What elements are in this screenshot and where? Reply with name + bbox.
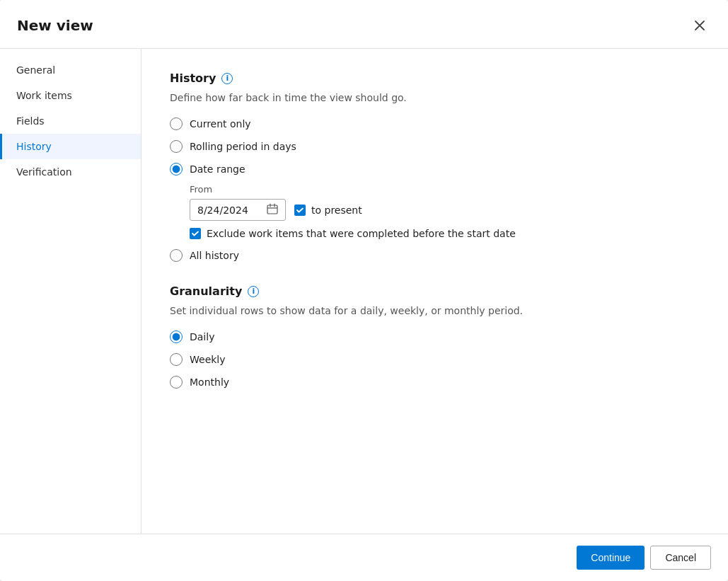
daily-label: Daily xyxy=(190,331,214,343)
sidebar-item-work-items[interactable]: Work items xyxy=(0,83,141,108)
date-range-option[interactable]: Date range xyxy=(170,163,700,176)
dialog-title: New view xyxy=(17,17,93,34)
rolling-period-label: Rolling period in days xyxy=(190,141,296,152)
rolling-period-option[interactable]: Rolling period in days xyxy=(170,140,700,153)
history-description: Define how far back in time the view sho… xyxy=(170,92,700,103)
date-range-radio[interactable] xyxy=(170,163,183,176)
current-only-label: Current only xyxy=(190,118,251,130)
monthly-label: Monthly xyxy=(190,376,229,388)
exclude-row: Exclude work items that were completed b… xyxy=(190,228,700,239)
date-range-content: From xyxy=(190,184,700,239)
granularity-section-header: Granularity i xyxy=(170,284,700,298)
granularity-description: Set individual rows to show data for a d… xyxy=(170,305,700,316)
current-only-radio[interactable] xyxy=(170,117,183,130)
date-row: to present xyxy=(190,199,700,221)
sidebar-item-history[interactable]: History xyxy=(0,134,141,159)
calendar-icon[interactable] xyxy=(267,203,278,217)
date-range-label: Date range xyxy=(190,163,245,175)
close-button[interactable] xyxy=(688,14,711,37)
monthly-radio[interactable] xyxy=(170,376,183,389)
all-history-option[interactable]: All history xyxy=(170,249,700,262)
to-present-row: to present xyxy=(294,205,362,216)
rolling-period-radio[interactable] xyxy=(170,140,183,153)
exclude-label: Exclude work items that were completed b… xyxy=(207,228,516,239)
sidebar-item-verification[interactable]: Verification xyxy=(0,159,141,185)
cancel-button[interactable]: Cancel xyxy=(650,546,711,570)
sidebar: General Work items Fields History Verifi… xyxy=(0,49,141,534)
history-info-icon[interactable]: i xyxy=(221,73,233,84)
granularity-title: Granularity xyxy=(170,284,242,298)
weekly-option[interactable]: Weekly xyxy=(170,353,700,366)
daily-radio[interactable] xyxy=(170,330,183,343)
history-title: History xyxy=(170,71,216,85)
dialog-header: New view xyxy=(0,0,728,49)
current-only-option[interactable]: Current only xyxy=(170,117,700,130)
main-content: History i Define how far back in time th… xyxy=(141,49,728,534)
history-radio-group: Current only Rolling period in days Date… xyxy=(170,117,700,176)
continue-button[interactable]: Continue xyxy=(577,546,645,570)
all-history-label: All history xyxy=(190,250,239,261)
granularity-radio-group: Daily Weekly Monthly xyxy=(170,330,700,389)
sidebar-item-fields[interactable]: Fields xyxy=(0,108,141,134)
monthly-option[interactable]: Monthly xyxy=(170,376,700,389)
daily-option[interactable]: Daily xyxy=(170,330,700,343)
granularity-section: Granularity i Set individual rows to sho… xyxy=(170,284,700,389)
to-present-checkbox[interactable] xyxy=(294,205,306,216)
svg-rect-0 xyxy=(267,205,277,214)
weekly-radio[interactable] xyxy=(170,353,183,366)
history-section-header: History i xyxy=(170,71,700,85)
dialog-footer: Continue Cancel xyxy=(0,534,728,581)
all-history-radio[interactable] xyxy=(170,249,183,262)
all-history-group: All history xyxy=(170,249,700,262)
sidebar-item-general[interactable]: General xyxy=(0,57,141,83)
date-input-wrapper[interactable] xyxy=(190,199,286,221)
weekly-label: Weekly xyxy=(190,354,226,365)
exclude-checkbox[interactable] xyxy=(190,228,201,239)
dialog-body: General Work items Fields History Verifi… xyxy=(0,49,728,534)
granularity-info-icon[interactable]: i xyxy=(248,286,259,297)
to-present-label: to present xyxy=(311,205,362,216)
from-label: From xyxy=(190,184,700,195)
date-input[interactable] xyxy=(197,205,261,216)
new-view-dialog: New view General Work items Fields Histo… xyxy=(0,0,728,581)
